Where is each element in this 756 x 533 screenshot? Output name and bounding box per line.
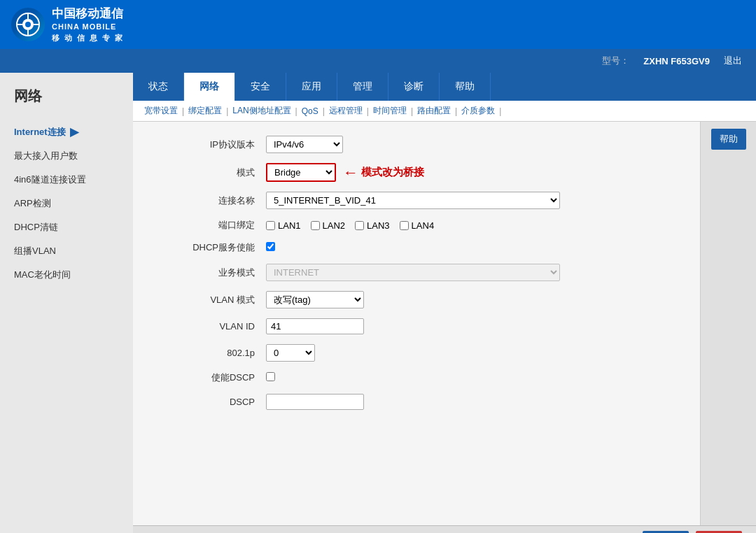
bottom-bar: 修改 删除	[133, 525, 756, 533]
vlan-id-row: VLAN ID	[154, 318, 644, 334]
port-lan3-checkbox[interactable]	[355, 221, 364, 230]
tab-security[interactable]: 安全	[235, 73, 286, 101]
annotation-arrow: ←	[343, 164, 358, 182]
sidebar-item[interactable]: 最大接入用户数	[0, 144, 133, 168]
help-panel: 帮助	[700, 122, 756, 525]
vlan-id-control	[266, 318, 644, 334]
breadcrumb: 宽带设置 | 绑定配置 | LAN侧地址配置 | QoS | 远程管理 | 时间…	[133, 101, 756, 122]
port-lan2[interactable]: LAN2	[311, 220, 346, 231]
help-button[interactable]: 帮助	[711, 129, 746, 150]
breadcrumb-item-2[interactable]: 绑定配置	[188, 105, 222, 117]
mode-row: 模式 Rit Bridge ← 模式改为桥接	[154, 163, 644, 182]
breadcrumb-item-5[interactable]: 远程管理	[329, 105, 363, 117]
port-bind-row: 端口绑定 LAN1 LAN2 LAN3	[154, 219, 644, 232]
tab-diagnosis[interactable]: 诊断	[388, 73, 440, 101]
port-lan1[interactable]: LAN1	[266, 220, 301, 231]
service-mode-label: 业务模式	[154, 266, 266, 279]
dscp-enable-row: 使能DSCP	[154, 371, 644, 384]
mode-select[interactable]: Rit Bridge	[266, 163, 336, 182]
nav-tabs: 状态 网络 安全 应用 管理 诊断 帮助	[133, 73, 756, 101]
model-value: ZXHN F653GV9	[643, 56, 710, 66]
sidebar-section-title: 网络	[0, 73, 133, 113]
service-mode-row: 业务模式 INTERNET	[154, 264, 644, 281]
logout-button[interactable]: 退出	[724, 55, 742, 67]
dscp-enable-checkbox[interactable]	[266, 372, 275, 381]
content-wrapper: IP协议版本 IPv4 IPv6 IPv4/v6 模式	[133, 122, 756, 525]
port-lan1-checkbox[interactable]	[266, 221, 275, 230]
port-bind-label: 端口绑定	[154, 219, 266, 232]
dot1p-row: 802.1p 0 1 2 3 4 5 6 7	[154, 344, 644, 362]
dot1p-label: 802.1p	[154, 348, 266, 358]
vlan-mode-select[interactable]: 改写(tag) 透传 不处理	[266, 291, 364, 308]
port-lan2-checkbox[interactable]	[311, 221, 320, 230]
tab-status[interactable]: 状态	[133, 73, 184, 101]
dhcp-enable-label: DHCP服务使能	[154, 241, 266, 254]
breadcrumb-item-6[interactable]: 时间管理	[373, 105, 407, 117]
model-label: 型号：	[602, 55, 629, 67]
vlan-mode-row: VLAN 模式 改写(tag) 透传 不处理	[154, 291, 644, 308]
conn-name-row: 连接名称 5_INTERNET_B_VID_41	[154, 192, 644, 209]
sidebar: 网络 Internet连接▶最大接入用户数4in6隧道连接设置ARP检测DHCP…	[0, 73, 133, 533]
dot1p-control: 0 1 2 3 4 5 6 7	[266, 344, 644, 362]
service-mode-select[interactable]: INTERNET	[266, 264, 560, 281]
dhcp-enable-row: DHCP服务使能	[154, 241, 644, 254]
port-lan3[interactable]: LAN3	[355, 220, 390, 231]
conn-name-select[interactable]: 5_INTERNET_B_VID_41	[266, 192, 560, 209]
brand-cn: 中国移动通信	[52, 6, 124, 22]
header: 中国移动通信 CHINA MOBILE 移 动 信 息 专 家	[0, 0, 756, 49]
breadcrumb-item-1[interactable]: 宽带设置	[144, 105, 178, 117]
breadcrumb-item-7[interactable]: 路由配置	[417, 105, 451, 117]
dscp-enable-control	[266, 372, 644, 383]
port-lan4[interactable]: LAN4	[400, 220, 435, 231]
dscp-enable-label: 使能DSCP	[154, 371, 266, 384]
vlan-id-input[interactable]	[266, 318, 364, 334]
vlan-id-label: VLAN ID	[154, 321, 266, 332]
content-main: IP协议版本 IPv4 IPv6 IPv4/v6 模式	[133, 122, 700, 525]
dscp-row: DSCP	[154, 394, 644, 410]
tab-management[interactable]: 管理	[337, 73, 388, 101]
conn-name-control: 5_INTERNET_B_VID_41	[266, 192, 644, 209]
brand-slogan: 移 动 信 息 专 家	[52, 33, 124, 43]
logo-area: 中国移动通信 CHINA MOBILE 移 动 信 息 专 家	[11, 6, 124, 43]
svg-point-2	[25, 22, 31, 27]
page-layout: 网络 Internet连接▶最大接入用户数4in6隧道连接设置ARP检测DHCP…	[0, 73, 756, 533]
dscp-input[interactable]	[266, 394, 364, 410]
tab-help[interactable]: 帮助	[440, 73, 491, 101]
dscp-label: DSCP	[154, 397, 266, 407]
breadcrumb-item-4[interactable]: QoS	[302, 106, 318, 116]
dhcp-enable-checkbox[interactable]	[266, 242, 275, 251]
ip-protocol-control: IPv4 IPv6 IPv4/v6	[266, 136, 644, 153]
sidebar-item[interactable]: DHCP清链	[0, 215, 133, 239]
conn-name-label: 连接名称	[154, 194, 266, 207]
ip-protocol-row: IP协议版本 IPv4 IPv6 IPv4/v6	[154, 136, 644, 153]
breadcrumb-item-8[interactable]: 介质参数	[461, 105, 495, 117]
ip-protocol-select[interactable]: IPv4 IPv6 IPv4/v6	[266, 136, 343, 153]
vlan-mode-control: 改写(tag) 透传 不处理	[266, 291, 644, 308]
mode-control: Rit Bridge ← 模式改为桥接	[266, 163, 644, 182]
breadcrumb-item-3[interactable]: LAN侧地址配置	[232, 105, 290, 117]
mode-label: 模式	[154, 166, 266, 179]
brand-en: CHINA MOBILE	[52, 22, 124, 31]
sidebar-item[interactable]: Internet连接▶	[0, 120, 133, 144]
port-bind-control: LAN1 LAN2 LAN3 LAN4	[266, 220, 644, 231]
dscp-control	[266, 394, 644, 410]
tab-network[interactable]: 网络	[184, 73, 235, 101]
main-area: 状态 网络 安全 应用 管理 诊断 帮助 宽带设置 | 绑定配置 | LAN侧地…	[133, 73, 756, 533]
service-mode-control: INTERNET	[266, 264, 644, 281]
sidebar-content: Internet连接▶最大接入用户数4in6隧道连接设置ARP检测DHCP清链组…	[0, 113, 133, 294]
sidebar-item[interactable]: ARP检测	[0, 192, 133, 215]
form-table: IP协议版本 IPv4 IPv6 IPv4/v6 模式	[154, 136, 644, 410]
sidebar-item[interactable]: 4in6隧道连接设置	[0, 168, 133, 192]
sidebar-arrow-icon: ▶	[70, 125, 78, 138]
port-lan4-checkbox[interactable]	[400, 221, 409, 230]
vlan-mode-label: VLAN 模式	[154, 294, 266, 306]
sidebar-item[interactable]: 组播VLAN	[0, 239, 133, 263]
top-nav-bar: 型号： ZXHN F653GV9 退出	[0, 49, 756, 73]
ip-protocol-label: IP协议版本	[154, 138, 266, 151]
dhcp-enable-control	[266, 242, 644, 253]
tab-application[interactable]: 应用	[286, 73, 337, 101]
dot1p-select[interactable]: 0 1 2 3 4 5 6 7	[266, 344, 315, 362]
logo-text: 中国移动通信 CHINA MOBILE 移 动 信 息 专 家	[52, 6, 124, 43]
china-mobile-logo-svg	[15, 12, 41, 37]
sidebar-item[interactable]: MAC老化时间	[0, 263, 133, 287]
